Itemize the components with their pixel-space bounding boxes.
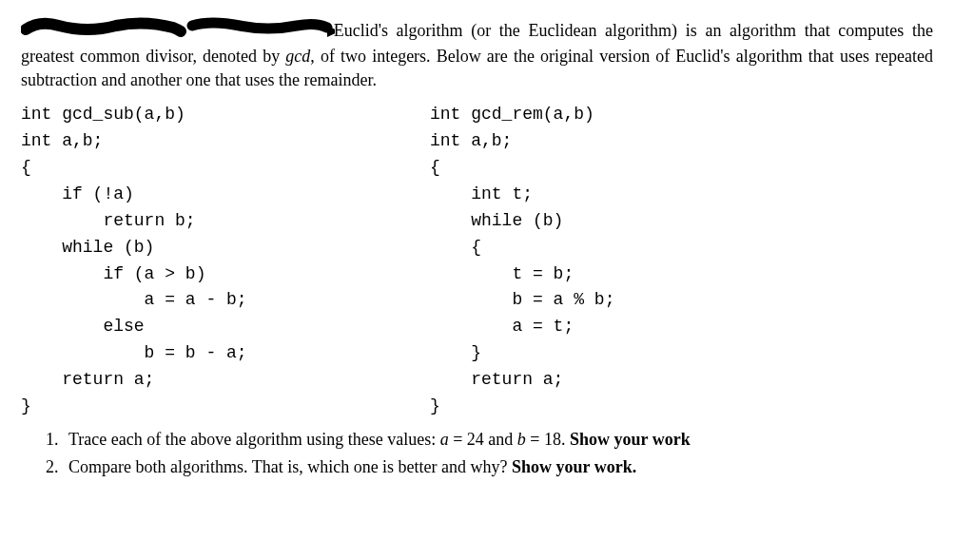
q1-var-b: b	[517, 430, 526, 449]
question-2: Compare both algorithms. That is, which …	[63, 455, 933, 479]
code-section: int gcd_sub(a,b) int a,b; { if (!a) retu…	[21, 102, 933, 420]
intro-paragraph: Euclid's algorithm (or the Euclidean alg…	[21, 19, 933, 92]
code-gcd-rem: int gcd_rem(a,b) int a,b; { int t; while…	[430, 102, 933, 420]
q1-var-a: a	[440, 430, 449, 449]
redacted-mark	[21, 20, 325, 45]
q1-eq2: = 18.	[526, 430, 570, 449]
gcd-term: gcd	[285, 47, 310, 66]
question-1: Trace each of the above algorithm using …	[63, 428, 933, 452]
intro-text-1: Euclid's algorithm (or the Euclidean alg…	[325, 21, 796, 40]
q1-eq1: = 24 and	[449, 430, 517, 449]
questions-list: Trace each of the above algorithm using …	[21, 428, 933, 479]
q1-show-work: Show your work	[570, 430, 691, 449]
q1-text: Trace each of the above algorithm using …	[68, 430, 440, 449]
q2-show-work: Show your work.	[512, 457, 636, 476]
code-gcd-sub: int gcd_sub(a,b) int a,b; { if (!a) retu…	[21, 102, 430, 420]
q2-text: Compare both algorithms. That is, which …	[68, 457, 512, 476]
